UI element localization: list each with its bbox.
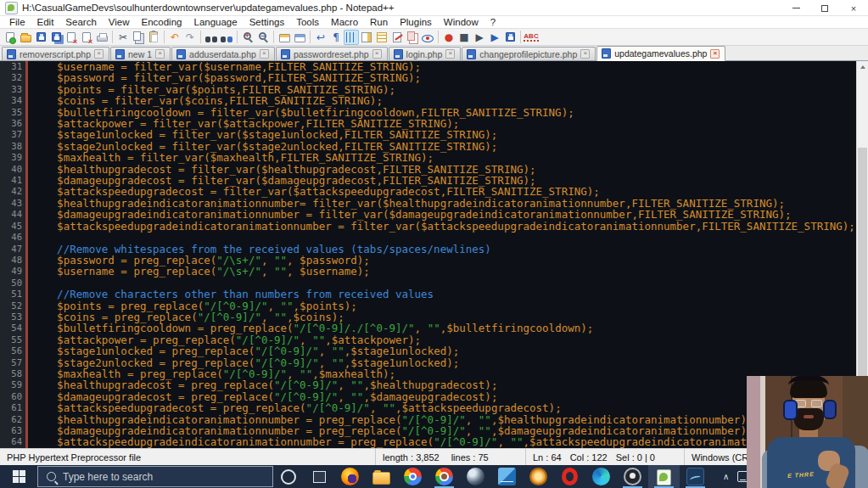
paste-icon[interactable] [146,30,161,45]
folder-workspace-icon[interactable] [405,30,420,45]
redo-icon[interactable]: ↷ [182,30,198,45]
menu-item-file[interactable]: File [3,17,31,27]
cut-icon[interactable]: ✂ [115,30,131,45]
menu-item-tools[interactable]: Tools [290,17,325,27]
close-icon[interactable] [64,30,79,45]
minimize-button[interactable] [781,0,810,16]
function-list-icon[interactable] [374,30,389,45]
tab-new-1[interactable]: new 1× [110,47,171,60]
menu-item-view[interactable]: View [103,17,136,27]
menu-item-search[interactable]: Search [59,17,102,27]
taskbar-firefox-icon [341,468,359,485]
taskbar-steam-icon [467,468,484,485]
menu-item-settings[interactable]: Settings [244,17,291,27]
cortana-button[interactable] [273,469,304,485]
word-wrap-icon[interactable]: ↩ [313,30,328,45]
undo-icon[interactable]: ↶ [167,30,182,45]
scroll-up-arrow-icon[interactable] [857,61,868,73]
status-col: Col : 122 [570,452,608,463]
save-all-icon[interactable] [48,30,64,45]
copy-icon[interactable] [131,30,146,45]
show-hidden-icons-chevron[interactable]: ∧ [723,472,729,481]
tab-removerscript-php[interactable]: removerscript.php× [2,47,109,60]
taskbar-explorer-icon[interactable] [366,465,397,488]
tab-changeprofilepicture-php[interactable]: changeprofilepicture.php× [462,47,596,60]
taskbar-firefox-icon[interactable] [334,465,366,488]
menu-item-help[interactable]: ? [484,17,501,27]
save-icon[interactable] [33,30,48,45]
taskbar-chrome-icon[interactable] [397,465,428,488]
taskbar-steam-icon[interactable] [460,465,491,488]
code-editor[interactable]: 3132333435363738394041424344454647484950… [0,61,868,448]
tab-updategamevalues-php[interactable]: updategamevalues.php× [596,46,725,61]
toolbar-separator [200,31,201,43]
macro-stop-icon[interactable]: ■ [456,30,472,45]
taskbar-vector-app-icon[interactable] [680,465,711,488]
sync-vertical-icon[interactable] [277,30,292,45]
taskbar-edge-icon[interactable] [585,465,617,488]
indent-guide-icon[interactable] [344,30,359,45]
task-view-button[interactable] [304,471,334,483]
zoom-in-icon[interactable] [240,30,255,45]
new-file-icon[interactable] [3,30,18,45]
open-file-icon[interactable] [18,30,33,45]
line-number: 44 [0,209,22,220]
close-button[interactable]: × [839,0,868,16]
macro-save-icon[interactable] [502,30,518,45]
code-line: $damageupgradecost = filter_var($damageu… [31,175,868,186]
taskbar-explorer-icon [372,472,390,485]
taskbar-blue-app-icon[interactable] [491,465,523,488]
maximize-button[interactable] [810,0,839,16]
code-line [31,278,868,289]
close-all-icon[interactable] [79,30,94,45]
macro-play-icon[interactable]: ▶ [472,30,487,45]
print-icon[interactable] [94,30,109,45]
line-number: 35 [0,107,22,118]
taskbar-edge-icon [592,468,610,485]
modified-doc-icon[interactable] [389,30,405,45]
taskbar-opera-icon[interactable] [554,465,585,488]
headphones-left-cup-icon [783,400,798,420]
spellcheck-icon[interactable]: ABC [524,30,539,45]
document-map-icon[interactable] [359,30,374,45]
tab-close-icon[interactable]: × [580,49,590,59]
tab-passwordreset-php[interactable]: passwordreset.php× [276,47,388,60]
show-all-characters-icon[interactable]: ¶ [328,30,344,45]
tab-close-icon[interactable]: × [155,49,165,59]
monitoring-icon[interactable] [420,30,435,45]
start-button[interactable] [0,465,37,488]
status-length: length : 3,852 [383,452,440,463]
zoom-out-icon[interactable] [255,30,271,45]
code-text-area[interactable]: $username = filter_var($username,FILTER_… [28,61,868,448]
taskbar-search-input[interactable]: Type here to search [37,466,273,487]
tab-close-icon[interactable]: × [94,49,104,59]
taskbar-obs-icon[interactable] [617,465,648,488]
tab-close-icon[interactable]: × [372,49,382,59]
line-number: 61 [0,402,22,413]
tab-adduserdata-php[interactable]: adduserdata.php× [171,47,275,60]
tab-close-icon[interactable]: × [710,49,720,59]
tab-close-icon[interactable]: × [445,49,455,59]
taskbar-notepadpp-icon[interactable] [648,465,680,488]
menu-item-window[interactable]: Window [438,17,484,27]
menu-item-run[interactable]: Run [364,17,394,27]
toolbar-separator [273,31,274,43]
find-icon[interactable] [204,30,219,45]
macro-run-multiple-icon[interactable]: ▶ [487,30,502,45]
menu-item-plugins[interactable]: Plugins [394,17,438,27]
taskbar-xnview-icon[interactable] [523,465,554,488]
tab-close-icon[interactable]: × [260,49,269,59]
file-icon [281,49,290,59]
macro-record-icon[interactable]: ● [441,30,456,45]
toolbar-separator [237,31,238,43]
status-lines: lines : 75 [451,452,489,463]
line-number: 45 [0,221,22,232]
menu-item-language[interactable]: Language [188,17,243,27]
menu-item-edit[interactable]: Edit [31,17,60,27]
menu-item-macro[interactable]: Macro [325,17,364,27]
sync-horizontal-icon[interactable] [292,30,307,45]
replace-icon[interactable] [219,30,234,45]
taskbar-chrome-profile-icon[interactable] [428,465,460,488]
menu-item-encoding[interactable]: Encoding [136,17,188,27]
tab-login-php[interactable]: login.php× [389,47,462,60]
